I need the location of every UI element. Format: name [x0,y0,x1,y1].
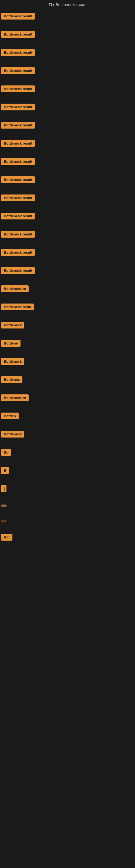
list-item[interactable]: Bottlen [1,410,135,428]
bottleneck-badge[interactable]: Bottleneck result [1,267,35,274]
list-item[interactable]: Bottleneck result [1,83,135,101]
bottleneck-badge[interactable]: Bottleneck result [1,231,35,238]
bottleneck-badge[interactable]: Bottlene [1,340,20,347]
list-item[interactable]: B [1,464,135,483]
bottleneck-badge[interactable]: Bottleneck result [1,104,35,111]
list-item[interactable]: Bo [1,446,135,464]
list-item[interactable]: Bottleneck result [1,192,135,210]
bottleneck-badge[interactable]: Bottleneck result [1,122,35,129]
bottleneck-badge[interactable]: Bottleneck result [1,86,35,92]
list-item[interactable]: Bottleneck [1,319,135,337]
list-item[interactable]: Bottlene [1,337,135,355]
list-item[interactable]: Bottleneck resul [1,301,135,319]
list-item[interactable]: Bottleneck re [1,392,135,410]
bottleneck-badge[interactable]: B [1,467,9,474]
bottleneck-badge[interactable]: Bottleneck result [1,31,35,38]
bottleneck-badge[interactable]: | [1,485,6,492]
bottleneck-badge[interactable]: Bottlenec [1,376,22,383]
bottleneck-badge[interactable]: Bottleneck [1,431,24,437]
list-item[interactable]: Bottleneck result [1,119,135,137]
bottleneck-badge[interactable]: Bottleneck [1,322,24,329]
site-header: TheBottlenecker.com [0,0,135,10]
bottleneck-badge[interactable]: Bo [1,449,11,456]
list-item[interactable]: Bottleneck [1,428,135,446]
list-item[interactable]: Bottleneck result [1,174,135,192]
bottleneck-badge[interactable]: Bottleneck result [1,49,35,56]
bottleneck-badge[interactable]: Bottleneck result [1,67,35,74]
bottleneck-badge[interactable]: Bottlen [1,412,18,420]
list-item[interactable]: Bottleneck result [1,246,135,265]
bottleneck-badge[interactable]: Bottleneck result [1,13,35,20]
bottleneck-badge[interactable]: Bottleneck [1,358,24,365]
list-item[interactable]: Bottleneck result [1,28,135,46]
bottleneck-badge[interactable] [1,520,6,522]
list-item[interactable]: Bottleneck result [1,265,135,283]
bottleneck-badge[interactable]: Bottleneck result [1,176,35,183]
bottleneck-badge[interactable]: Bottleneck result [1,158,35,165]
bottleneck-list: Bottleneck resultBottleneck resultBottle… [0,10,135,549]
list-item[interactable]: Bottleneck result [1,101,135,119]
list-item[interactable]: | [1,483,135,501]
list-item[interactable] [1,501,135,516]
bottleneck-badge[interactable]: Bot [1,534,12,540]
list-item[interactable]: Bottlenec [1,373,135,392]
bottleneck-badge[interactable]: Bottleneck result [1,213,35,219]
site-title: TheBottlenecker.com [49,2,87,7]
bottleneck-badge[interactable]: Bottleneck result [1,140,35,147]
bottleneck-badge[interactable]: Bottleneck re [1,394,29,401]
bottleneck-badge[interactable] [1,504,6,507]
list-item[interactable]: Bottleneck result [1,137,135,155]
list-item[interactable]: Bottleneck [1,355,135,373]
bottleneck-badge[interactable]: Bottleneck result [1,249,35,256]
list-item[interactable]: Bottleneck re [1,283,135,301]
bottleneck-badge[interactable]: Bottleneck re [1,285,29,292]
list-item[interactable]: Bottleneck result [1,155,135,174]
list-item[interactable]: Bottleneck result [1,65,135,83]
list-item[interactable]: Bottleneck result [1,10,135,28]
list-item[interactable]: Bottleneck result [1,228,135,246]
list-item[interactable]: Bottleneck result [1,46,135,65]
bottleneck-badge[interactable]: Bottleneck resul [1,304,34,310]
bottleneck-badge[interactable]: Bottleneck result [1,194,35,201]
list-item[interactable]: Bot [1,531,135,549]
list-item[interactable] [1,516,135,531]
list-item[interactable]: Bottleneck result [1,210,135,228]
